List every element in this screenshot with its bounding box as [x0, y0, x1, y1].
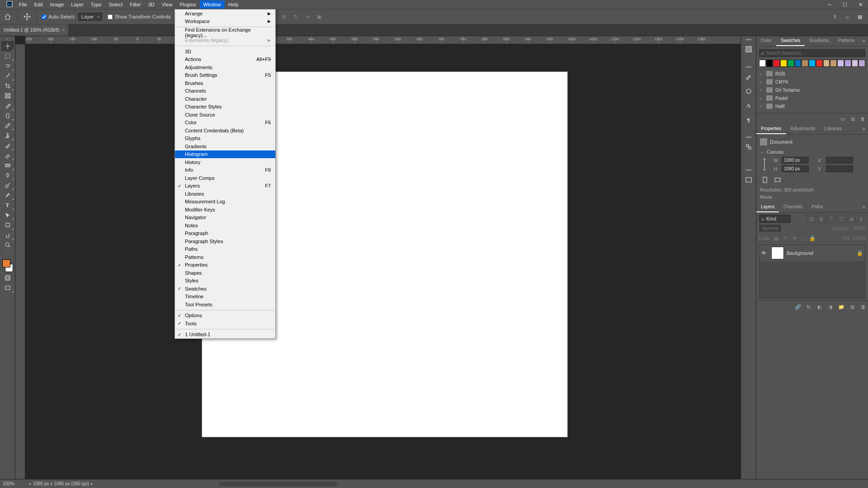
layer-row[interactable]: 👁 Background 🔒	[760, 245, 865, 261]
filter-smart-icon[interactable]: ▣	[847, 215, 855, 223]
menu-help[interactable]: Help	[225, 0, 242, 9]
zoom-level[interactable]: 100%	[3, 481, 28, 486]
menu-3d[interactable]: 3D	[145, 0, 158, 9]
menu-item-paragraph-styles[interactable]: Paragraph Styles	[175, 237, 275, 245]
menu-plugins[interactable]: Plugins	[176, 0, 199, 9]
share-icon[interactable]: ⇪	[830, 12, 839, 21]
brush-tool[interactable]	[1, 121, 14, 131]
lock-icon[interactable]: 🔒	[857, 250, 863, 256]
menu-item-styles[interactable]: Styles	[175, 277, 275, 285]
eraser-tool[interactable]	[1, 150, 14, 160]
swatch[interactable]	[780, 60, 787, 67]
3d-pan-icon[interactable]: ⊕	[279, 12, 288, 21]
orientation-landscape[interactable]	[773, 175, 783, 185]
3d-slide-icon[interactable]: ⇔	[303, 12, 312, 21]
swatch-group[interactable]: ›Gri Tonlama	[759, 86, 865, 94]
swatch[interactable]	[830, 60, 837, 67]
color-swap[interactable]	[1, 258, 14, 273]
menu-item-actions[interactable]: ActionsAlt+F9	[175, 56, 275, 64]
menu-item-paragraph[interactable]: Paragraph	[175, 230, 275, 238]
navigator-panel-icon[interactable]	[742, 174, 755, 186]
lock-pixels-icon[interactable]: ▦	[773, 235, 780, 242]
menu-select[interactable]: Select	[105, 0, 127, 9]
swatch-group[interactable]: ›CMYK	[759, 78, 865, 86]
menu-item-layers[interactable]: ✓LayersF7	[175, 182, 275, 190]
color-panel-icon[interactable]	[742, 43, 755, 56]
tab-patterns[interactable]: Patterns	[834, 36, 859, 46]
minimize-button[interactable]: ─	[822, 0, 837, 9]
menu-item-histogram[interactable]: Histogram	[175, 150, 275, 159]
menu-view[interactable]: View	[158, 0, 176, 9]
shape-tool[interactable]	[1, 220, 14, 230]
menu-item-options[interactable]: ✓Options	[175, 312, 275, 320]
filter-toggle[interactable]: ▮	[857, 215, 865, 223]
history-brush-tool[interactable]	[1, 141, 14, 150]
blur-tool[interactable]	[1, 170, 14, 180]
type-tool[interactable]: T	[1, 200, 14, 210]
ruler-horizontal[interactable]: 2502001501005005010015020025030035040045…	[25, 36, 741, 44]
layer-filter-kind[interactable]: ⌕Kind	[759, 215, 791, 223]
tab-swatches[interactable]: Swatches	[776, 36, 805, 46]
hand-tool[interactable]	[1, 230, 14, 240]
menu-item-color[interactable]: ColorF6	[175, 119, 275, 127]
tab-channels[interactable]: Channels	[779, 202, 807, 212]
canvas-height-input[interactable]	[782, 165, 809, 172]
filter-pixel-icon[interactable]: ▧	[807, 215, 816, 223]
new-swatch-icon[interactable]: ⊞	[849, 115, 856, 122]
delete-layer-icon[interactable]: 🗑	[859, 303, 867, 311]
menu-item-content-credentials-beta-[interactable]: Content Credentials (Beta)	[175, 127, 275, 135]
lock-artboard-icon[interactable]: ▢	[800, 235, 807, 242]
brushes-panel-icon[interactable]	[742, 70, 755, 83]
swatch[interactable]	[802, 60, 808, 67]
crop-tool[interactable]	[1, 81, 14, 91]
pen-tool[interactable]	[1, 190, 14, 200]
menu-item-timeline[interactable]: Timeline	[175, 293, 275, 301]
menu-item-patterns[interactable]: Patterns	[175, 253, 275, 261]
orientation-portrait[interactable]	[760, 175, 770, 185]
3d-roll-icon[interactable]: ↻	[291, 12, 300, 21]
menu-item-brush-settings[interactable]: Brush SettingsF5	[175, 71, 275, 80]
swatch[interactable]	[759, 60, 766, 67]
menu-item-brushes[interactable]: Brushes	[175, 79, 275, 87]
lasso-tool[interactable]	[1, 61, 14, 71]
canvas-width-input[interactable]	[782, 157, 809, 164]
zoom-tool[interactable]	[1, 240, 14, 250]
menu-item-glyphs[interactable]: Glyphs	[175, 135, 275, 143]
swatch[interactable]	[837, 60, 844, 67]
search-icon[interactable]: ⌕	[843, 12, 852, 21]
history-panel-icon[interactable]	[742, 141, 755, 153]
tab-libraries[interactable]: Libraries	[820, 124, 846, 134]
lock-position-icon[interactable]: ✎	[782, 235, 789, 242]
close-button[interactable]: ✕	[853, 0, 868, 9]
menu-item-arrange[interactable]: Arrange▶	[175, 9, 275, 18]
wand-tool[interactable]	[1, 71, 14, 81]
swatch[interactable]	[788, 60, 794, 67]
maximize-button[interactable]: ☐	[837, 0, 853, 9]
swatches-search[interactable]: ⌕	[759, 49, 865, 57]
menu-file[interactable]: File	[15, 0, 31, 9]
gradient-tool[interactable]	[1, 160, 14, 170]
auto-select-checkbox[interactable]: Auto-Select:	[39, 14, 78, 19]
zoom-caret-icon[interactable]: ▸	[29, 482, 31, 486]
tab-close-icon[interactable]: ×	[62, 28, 65, 33]
swatch[interactable]	[844, 60, 851, 67]
tab-properties[interactable]: Properties	[756, 124, 786, 134]
menu-item-paths[interactable]: Paths	[175, 245, 275, 253]
swatch[interactable]	[809, 60, 816, 67]
panel-menu-icon[interactable]: ≡	[860, 202, 868, 212]
menu-item-layer-comps[interactable]: Layer Comps	[175, 174, 275, 182]
lock-all-icon[interactable]: 🔒	[809, 235, 816, 242]
menu-item-3d[interactable]: 3D	[175, 47, 275, 56]
tool-overflow-icon[interactable]: ⋯	[5, 252, 10, 258]
menu-item-character-styles[interactable]: Character Styles	[175, 103, 275, 111]
screenmode-tool[interactable]	[1, 283, 14, 293]
canvas-y-input[interactable]	[826, 165, 853, 172]
tab-paths[interactable]: Paths	[807, 202, 828, 212]
info-caret-icon[interactable]: ▸	[91, 482, 93, 486]
menu-item-workspace[interactable]: Workspace▶	[175, 18, 275, 26]
auto-select-target[interactable]: Layer	[78, 13, 103, 21]
tab-adjustments[interactable]: Adjustments	[786, 124, 820, 134]
panel-menu-icon[interactable]: ≡	[860, 124, 868, 134]
menu-layer[interactable]: Layer	[67, 0, 87, 9]
menu-edit[interactable]: Edit	[31, 0, 47, 9]
